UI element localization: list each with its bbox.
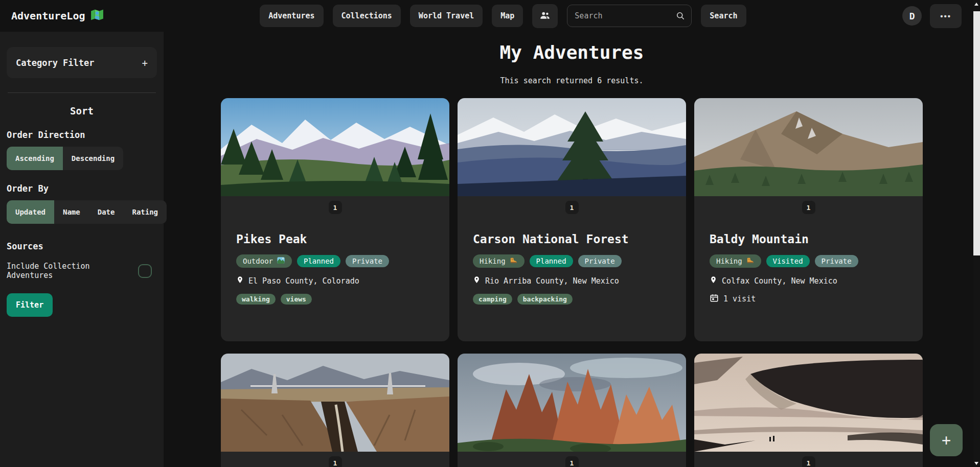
adventure-image[interactable] [221,354,449,452]
card-body: Baldy Mountain HikingVisitedPrivate Colf… [694,232,923,305]
tag-badge: backpacking [517,294,573,305]
visibility-badge: Private [815,255,858,267]
adventure-card[interactable]: 1 Pikes Peak OutdoorPlannedPrivate El Pa… [221,98,449,341]
scrollbar-up-arrow[interactable] [974,3,978,6]
order-by-option-rating[interactable]: Rating [123,200,167,224]
category-filter-label: Category Filter [16,58,95,68]
adventure-image[interactable] [694,98,923,196]
visibility-badge: Private [346,255,389,267]
navbar-right: D ••• [902,4,962,28]
adventure-card[interactable]: 1 Carson National Forest HikingPlannedPr… [458,98,686,341]
category-badge: Hiking [710,254,761,268]
search-input[interactable] [567,5,692,27]
tag-row: walkingviews [236,294,434,305]
adventure-image[interactable] [458,98,686,196]
filter-sidebar: Category Filter + Sort Order Direction A… [0,32,164,467]
include-collection-row: Include Collection Adventures [7,262,157,280]
nav-item-world-travel[interactable]: World Travel [410,5,483,27]
main-navigation: AdventuresCollectionsWorld TravelMap Sea… [260,4,746,28]
app-title: AdventureLog [11,10,85,22]
visibility-badge: Private [578,255,622,267]
top-navbar: AdventureLog AdventuresCollectionsWorld … [0,0,980,32]
category-filter-toggle[interactable]: Category Filter + [7,47,157,78]
order-direction-option-ascending[interactable]: Ascending [7,147,63,170]
tag-badge: camping [473,294,512,305]
adventure-location-row: Rio Arriba County, New Mexico [473,275,671,287]
plus-icon: + [142,57,148,68]
app-logo[interactable]: AdventureLog [11,8,104,24]
nav-item-adventures[interactable]: Adventures [260,5,323,27]
national-park-emoji [277,256,285,266]
adventure-image[interactable] [458,354,686,452]
overflow-menu-button[interactable]: ••• [930,4,962,28]
tag-badge: walking [236,294,276,305]
sources-heading: Sources [7,241,157,251]
location-text: El Paso County, Colorado [248,276,359,286]
adventure-title[interactable]: Pikes Peak [236,232,434,246]
shared-adventures-button[interactable] [532,4,558,28]
order-direction-segmented: AscendingDescending [7,147,123,170]
adventure-card[interactable]: 1 ••• [694,354,923,467]
page-title: My Adventures [164,42,980,63]
tag-badge: views [281,294,312,305]
adventure-card[interactable]: 1 ••• [221,354,449,467]
nav-item-collections[interactable]: Collections [333,5,401,27]
order-direction-option-descending[interactable]: Descending [63,147,123,170]
page-scrollbar[interactable] [973,0,980,467]
scrollbar-thumb[interactable] [973,11,980,255]
adventure-card[interactable]: 1 ••• [458,354,686,467]
category-label: Hiking [480,257,506,265]
search-button[interactable]: Search [701,5,746,27]
badge-row: HikingPlannedPrivate [473,254,671,268]
adventure-location-row: Colfax County, New Mexico [710,275,907,287]
card-body: Carson National Forest HikingPlannedPriv… [458,232,686,305]
adventures-grid: 1 Pikes Peak OutdoorPlannedPrivate El Pa… [221,98,923,467]
status-badge: Planned [530,255,573,267]
order-by-option-updated[interactable]: Updated [7,200,54,224]
nav-item-map[interactable]: Map [492,5,523,27]
calendar-icon [710,293,719,305]
sidebar-divider [8,92,156,93]
main-content: My Adventures This search returned 6 res… [164,32,980,467]
scrollbar-down-arrow[interactable] [974,462,978,465]
hiking-boot-emoji [746,256,755,266]
location-pin-icon [473,275,481,287]
category-badge: Outdoor [236,254,292,268]
order-by-label: Order By [7,183,157,194]
adventure-visits-row: 1 visit [710,293,907,305]
image-page-badge: 1 [329,456,342,467]
order-direction-label: Order Direction [7,130,157,140]
adventure-card[interactable]: 1 Baldy Mountain HikingVisitedPrivate Co… [694,98,923,341]
badge-row: OutdoorPlannedPrivate [236,254,434,268]
results-text: This search returned 6 results. [164,76,980,85]
image-page-badge: 1 [329,201,342,214]
location-pin-icon [236,275,244,287]
adventure-image[interactable] [694,354,923,452]
image-page-badge: 1 [565,456,579,467]
card-body: Pikes Peak OutdoorPlannedPrivate El Paso… [221,232,449,305]
location-pin-icon [710,275,717,287]
add-adventure-button[interactable]: + [930,424,963,456]
map-icon [90,8,104,24]
category-label: Outdoor [243,257,273,265]
search-icon [675,11,686,23]
order-by-option-date[interactable]: Date [89,200,124,224]
image-page-badge: 1 [802,201,815,214]
order-by-segmented: UpdatedNameDateRating [7,200,167,224]
category-label: Hiking [716,257,742,265]
location-text: Colfax County, New Mexico [722,276,837,286]
avatar[interactable]: D [902,6,922,26]
filter-button[interactable]: Filter [7,293,53,317]
adventure-title[interactable]: Carson National Forest [473,232,671,246]
badge-row: HikingVisitedPrivate [710,254,907,268]
sort-heading: Sort [7,105,157,116]
people-icon [539,10,551,22]
category-badge: Hiking [473,254,525,268]
adventure-location-row: El Paso County, Colorado [236,275,434,287]
include-collection-checkbox[interactable] [138,264,152,278]
order-by-option-name[interactable]: Name [54,200,89,224]
image-page-badge: 1 [802,456,815,467]
adventure-image[interactable] [221,98,449,196]
adventure-title[interactable]: Baldy Mountain [710,232,907,246]
status-badge: Visited [766,255,810,267]
